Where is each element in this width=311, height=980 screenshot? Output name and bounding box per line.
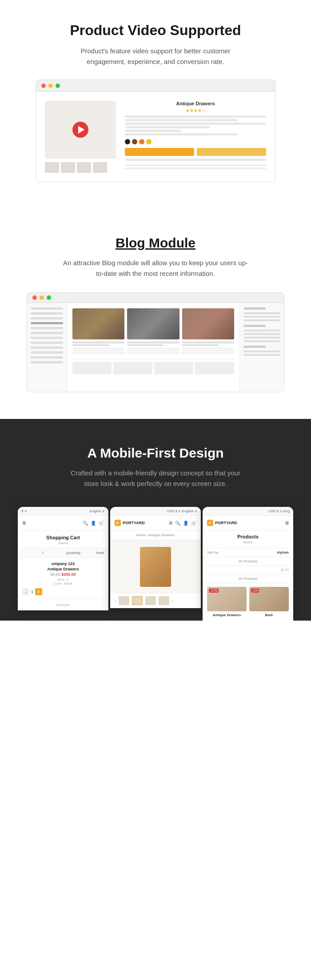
cart-header: Shopping Cart Home	[18, 530, 108, 548]
product-card-img-2: -1%	[249, 587, 289, 611]
blog-text-line-2	[72, 350, 124, 351]
phone-screen-products: USD $ ∨ Eng P PORTYARD ≡ Products Home S…	[203, 507, 293, 621]
blog-caption-3	[182, 342, 234, 343]
badge-2: -1%	[251, 589, 259, 593]
sidebar-item-4	[31, 322, 63, 324]
qty-control: - 1 +	[22, 588, 104, 595]
cart-item-company: ompany 123	[22, 562, 104, 566]
panel-line-6	[243, 337, 280, 339]
product-main-image	[110, 540, 201, 594]
sidebar-item-7	[31, 337, 63, 339]
dot-yellow	[48, 84, 53, 88]
cart-item-highlight-price: $250.00	[61, 572, 76, 577]
products-count-1: 20 Products	[203, 557, 293, 566]
product-thumbs-bar: ‹ ›	[110, 594, 201, 608]
product-thumbnails	[45, 162, 116, 173]
cart-item-size: Size: S	[22, 578, 104, 582]
blog-post-2	[127, 308, 179, 355]
products-nav: P PORTYARD ≡	[203, 516, 293, 530]
product-cart-icon[interactable]: 🛒	[191, 521, 196, 526]
cart-topbar-lang-display: English ∨	[90, 509, 105, 513]
products-menu-icon[interactable]: ≡	[285, 519, 289, 526]
search-icon[interactable]: 🔍	[83, 521, 88, 526]
products-title: Products	[207, 534, 289, 539]
qty-plus[interactable]: +	[35, 588, 42, 595]
product-details-panel: Antique Drawers ★★★★☆	[125, 101, 266, 171]
product-topbar-text: USD $ ∨ English ∨	[167, 509, 197, 513]
products-topbar: USD $ ∨ Eng	[203, 507, 293, 516]
blog-browser-mockup	[27, 292, 284, 392]
prev-thumb-button[interactable]: ‹	[115, 598, 116, 603]
blog-posts-row	[72, 359, 234, 374]
product-search-icon[interactable]: 🔍	[175, 521, 180, 526]
section-blog-description: An attractive Blog module will allow you…	[62, 258, 249, 279]
cart-col-product: l	[22, 551, 63, 555]
sidebar-item-8	[31, 342, 63, 344]
blog-dot-yellow	[40, 295, 44, 300]
product-breadcrumb: Home / Antique Drawers	[110, 530, 201, 540]
thumbnail-1[interactable]	[45, 162, 59, 173]
section-mobile: A Mobile-First Design Crafted with a mob…	[0, 419, 311, 621]
swatch-brown[interactable]	[132, 139, 137, 144]
blog-text-1	[72, 348, 124, 354]
sidebar-item-1	[31, 307, 63, 310]
section-blog: Blog Module An attractive Blog module wi…	[0, 209, 311, 419]
panel-line-2	[243, 316, 280, 318]
sidebar-item-6	[31, 332, 63, 334]
cart-item-price: 50.00 $250.00	[22, 572, 104, 577]
product-card-img-1: -17%	[207, 587, 247, 611]
products-grid: -17% Antique Drawers -1% Bedr	[203, 583, 293, 621]
product-account-icon[interactable]: 👤	[183, 521, 188, 526]
swatch-yellow[interactable]	[146, 139, 152, 144]
section-mobile-description: Crafted with a mobile-friendly design co…	[67, 468, 244, 489]
sidebar-item-11	[31, 356, 63, 359]
section-video: Product Video Supported Product's featur…	[0, 0, 311, 209]
cart-topbar: $ ∨ $ ∨ English ∨ English ∨	[18, 507, 108, 516]
qty-minus[interactable]: -	[22, 588, 29, 595]
thumbnail-4[interactable]	[93, 162, 107, 173]
sort-bar: Sort by: Alphab	[203, 548, 293, 557]
filter-bar: ⊟ Fi	[203, 566, 293, 574]
blog-img-2	[127, 308, 179, 339]
filter-icon[interactable]: ⊟ Fi	[281, 568, 289, 572]
blog-post-3	[182, 308, 234, 355]
logo-icon: P	[115, 520, 121, 526]
blog-img-3	[182, 308, 234, 339]
brand-name: PORTYARD	[123, 521, 145, 525]
section-mobile-title: A Mobile-First Design	[18, 446, 293, 461]
phone-screen-product: USD $ ∨ English ∨ P PORTYARD ≡ 🔍 👤 🛒 Hom…	[110, 507, 201, 608]
detail-line-5	[125, 130, 181, 132]
product-buttons-row	[125, 148, 266, 156]
divider-1	[125, 159, 266, 161]
account-icon[interactable]: 👤	[91, 521, 96, 526]
sort-value: Alphab	[277, 550, 289, 554]
qty-value: 1	[31, 590, 33, 594]
thumbnail-2[interactable]	[61, 162, 75, 173]
blog-text-3	[182, 348, 234, 354]
next-thumb-button[interactable]: ›	[172, 598, 173, 603]
product-name-mock: Antique Drawers	[125, 101, 266, 106]
detail-line-3	[125, 123, 266, 125]
panel-line-9	[243, 354, 280, 356]
product-card-name-1: Antique Drawers	[207, 613, 247, 617]
cart-nav: ≡ 🔍 👤 🛒	[18, 516, 108, 530]
play-button[interactable]	[72, 122, 88, 138]
blog-caption-1b	[72, 344, 109, 346]
color-swatches	[125, 139, 266, 144]
thumb-small-1[interactable]	[119, 596, 129, 605]
blog-text-line-7	[182, 348, 234, 349]
add-to-cart-button-mock	[125, 148, 194, 156]
product-menu-icon[interactable]: ≡	[169, 519, 172, 526]
blog-post-mini-2	[113, 362, 152, 374]
blog-caption-2b	[127, 344, 163, 346]
cart-icon[interactable]: 🛒	[99, 521, 104, 526]
thumb-small-2[interactable]	[132, 596, 143, 605]
swatch-orange[interactable]	[139, 139, 144, 144]
blog-caption-1	[72, 342, 124, 343]
thumb-small-3[interactable]	[145, 596, 156, 605]
thumb-small-4[interactable]	[159, 596, 169, 605]
detail-line-4	[125, 126, 210, 128]
thumbnail-3[interactable]	[77, 162, 91, 173]
cart-menu-icon[interactable]: ≡	[22, 519, 26, 526]
swatch-black[interactable]	[125, 139, 130, 144]
